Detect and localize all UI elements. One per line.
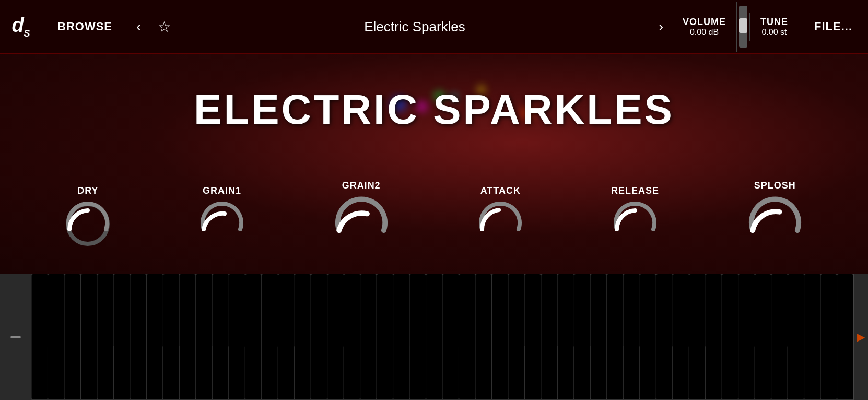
white-key[interactable] [591, 274, 606, 399]
black-key[interactable] [515, 274, 525, 347]
black-key[interactable] [318, 274, 327, 347]
black-key[interactable] [630, 274, 640, 347]
knob-splosh-label: SPLOSH [754, 180, 796, 191]
white-key[interactable] [640, 274, 655, 399]
knob-release: RELEASE [611, 185, 659, 248]
black-key[interactable] [169, 274, 179, 347]
browse-button[interactable]: BROWSE [42, 20, 128, 33]
black-key[interactable] [432, 274, 442, 347]
keyboard-label: C2 [495, 389, 506, 398]
white-key[interactable] [64, 274, 80, 399]
keyboard-label: C3 [609, 389, 620, 398]
knob-grain2: GRAIN2 [333, 180, 390, 253]
volume-value: 0.00 dB [690, 28, 719, 37]
black-key[interactable] [729, 274, 738, 347]
instrument-area: ELECTRIC SPARKLES DRY GRAIN1 [0, 54, 868, 274]
knob-grain2-control[interactable] [333, 195, 390, 253]
keyboard-label: C-1 [148, 389, 161, 398]
black-key[interactable] [745, 274, 755, 347]
black-key[interactable] [778, 274, 788, 347]
knob-release-label: RELEASE [611, 185, 659, 196]
black-key[interactable] [202, 274, 212, 347]
white-key[interactable] [525, 274, 541, 399]
black-key[interactable] [87, 274, 97, 347]
volume-label: VOLUME [683, 17, 726, 28]
black-key[interactable] [38, 274, 48, 347]
piano-svg: C-2C-1C0C1C2C3C4C4 [31, 274, 853, 400]
knob-splosh-control[interactable] [746, 195, 804, 253]
black-key[interactable] [153, 274, 163, 347]
black-key[interactable] [54, 274, 64, 347]
white-key[interactable] [475, 274, 491, 399]
tune-label: TUNE [760, 17, 788, 28]
black-key[interactable] [334, 274, 344, 347]
black-key[interactable] [465, 274, 475, 347]
next-button[interactable]: › [650, 18, 672, 35]
black-key[interactable] [564, 274, 574, 347]
black-key[interactable] [663, 274, 673, 347]
black-key[interactable] [120, 274, 130, 347]
black-key[interactable] [547, 274, 557, 347]
prev-button[interactable]: ‹ [128, 18, 149, 35]
white-key[interactable] [295, 274, 310, 399]
white-key[interactable] [360, 274, 376, 399]
keyboard-sidebar-right[interactable]: ▶ [853, 274, 868, 400]
black-key[interactable] [794, 274, 804, 347]
black-key[interactable] [679, 274, 689, 347]
black-key[interactable] [383, 274, 393, 347]
favorite-button[interactable]: ☆ [149, 18, 179, 36]
top-bar: dS BROWSE ‹ ☆ Electric Sparkles › VOLUME… [0, 0, 868, 54]
knobs-row: DRY GRAIN1 GRAIN2 [0, 180, 868, 253]
black-key[interactable] [811, 274, 820, 347]
knob-dry-label: DRY [77, 185, 98, 196]
sidebar-dash [10, 336, 21, 338]
white-key[interactable] [410, 274, 426, 399]
knob-splosh: SPLOSH [746, 180, 804, 253]
keyboard-label: C4 [840, 389, 851, 398]
tune-value: 0.00 st [761, 28, 787, 37]
knob-attack: ATTACK [477, 185, 524, 248]
keyboard-label: C1 [380, 389, 391, 398]
black-key[interactable] [104, 274, 114, 347]
black-key[interactable] [449, 274, 459, 347]
black-key[interactable] [613, 274, 623, 347]
knob-grain1: GRAIN1 [198, 185, 245, 248]
keyboard-sidebar-left [0, 274, 31, 400]
volume-slider-area[interactable] [736, 2, 749, 52]
knob-release-control[interactable] [612, 201, 659, 248]
black-key[interactable] [350, 274, 360, 347]
logo-d: d [11, 14, 24, 36]
white-key[interactable] [755, 274, 771, 399]
white-key[interactable] [245, 274, 261, 399]
keyboard-label: C0 [264, 389, 275, 398]
black-key[interactable] [285, 274, 295, 347]
knob-dry: DRY [64, 185, 111, 248]
black-key[interactable] [400, 274, 409, 347]
black-key[interactable] [219, 274, 229, 347]
volume-slider-thumb [739, 18, 747, 33]
instrument-title: ELECTRIC SPARKLES [0, 86, 868, 134]
black-key[interactable] [268, 274, 278, 347]
knob-dry-control[interactable] [64, 201, 111, 248]
white-key[interactable] [180, 274, 195, 399]
white-key[interactable] [706, 274, 721, 399]
white-key[interactable] [130, 274, 146, 399]
white-key[interactable] [821, 274, 837, 399]
keyboard-scroll-right-icon: ▶ [857, 331, 865, 343]
logo-sub: S [24, 28, 30, 39]
black-key[interactable] [696, 274, 706, 347]
volume-slider[interactable] [739, 6, 747, 48]
black-key[interactable] [580, 274, 590, 347]
knob-attack-label: ATTACK [480, 185, 521, 196]
keyboard-label: C4 [725, 389, 736, 398]
knob-grain1-control[interactable] [198, 201, 245, 248]
knob-attack-control[interactable] [477, 201, 524, 248]
tune-block: TUNE 0.00 st [749, 13, 799, 41]
black-key[interactable] [498, 274, 508, 347]
file-button[interactable]: FILE... [799, 20, 868, 33]
keyboard-container: C-2C-1C0C1C2C3C4C4 [31, 274, 853, 400]
volume-block: VOLUME 0.00 dB [672, 13, 736, 41]
logo: dS [0, 0, 42, 54]
white-key[interactable] [837, 274, 853, 399]
black-key[interactable] [235, 274, 245, 347]
